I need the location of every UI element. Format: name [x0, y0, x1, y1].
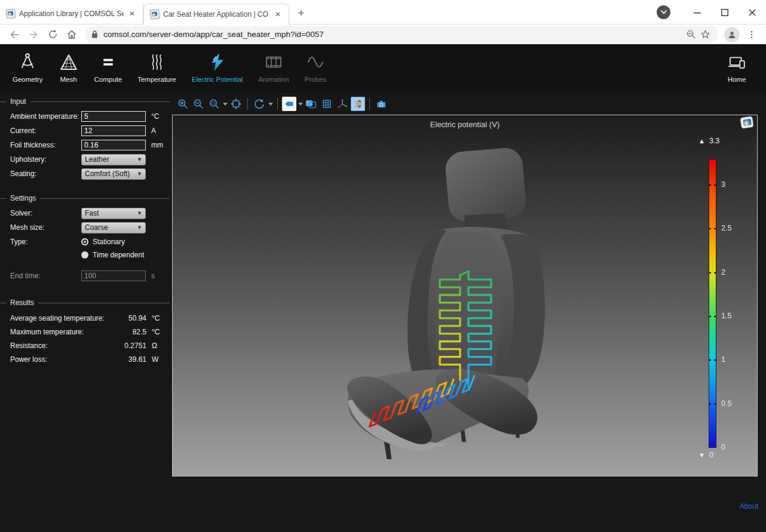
browser-tab-strip: Application Library | COMSOL Se ✕ Car Se…: [0, 0, 766, 24]
browser-tab-car-seat-heater[interactable]: Car Seat Heater Application | CO ✕: [143, 4, 289, 24]
chevron-down-icon: ▼: [137, 156, 142, 162]
result-label: Average seating temperature:: [10, 314, 105, 322]
result-label: Resistance:: [10, 342, 48, 350]
url-text: comsol.com/server-demo/app/car_seat_heat…: [103, 30, 684, 39]
legend-tick-label: 2.5: [721, 224, 731, 232]
window-minimize-button[interactable]: [684, 3, 711, 22]
show-axes-button[interactable]: [335, 97, 350, 111]
chevron-down-icon: [268, 103, 273, 106]
browser-home-button[interactable]: [63, 26, 80, 43]
scene-light-button[interactable]: [304, 97, 318, 111]
ribbon-geometry-button[interactable]: Geometry: [5, 50, 51, 83]
zoom-extents-button[interactable]: [229, 97, 243, 111]
parameters-panel: Input Ambient temperature: °C Current: A…: [0, 93, 172, 532]
solver-row: Solver: Fast ▼: [0, 208, 172, 219]
time-dependent-radio-option[interactable]: Time dependent: [81, 251, 144, 259]
ambient-temperature-row: Ambient temperature: °C: [0, 111, 172, 122]
ribbon-mesh-button[interactable]: Mesh: [51, 50, 87, 83]
new-tab-button[interactable]: +: [293, 5, 310, 21]
current-input[interactable]: [81, 125, 146, 136]
chevron-down-icon: [661, 10, 667, 14]
legend-min-value: 0: [709, 451, 713, 459]
radio-selected-icon: [81, 238, 88, 245]
grid-button[interactable]: [320, 97, 334, 111]
comsol-favicon: [5, 8, 16, 19]
mesh-size-select[interactable]: Coarse ▼: [81, 222, 146, 233]
scene-light-icon: [306, 99, 317, 109]
section-title: Results: [10, 299, 34, 307]
ribbon-probes-button: Probes: [297, 50, 334, 83]
foil-thickness-input[interactable]: [81, 140, 146, 150]
tab-title: Application Library | COMSOL Se: [19, 10, 124, 18]
unit-label: A: [151, 127, 167, 135]
window-maximize-button[interactable]: [711, 3, 739, 22]
camera-icon: [376, 99, 387, 110]
ribbon-label: Mesh: [60, 76, 76, 83]
forward-button[interactable]: [25, 26, 42, 43]
ribbon-electric-potential-button[interactable]: Electric Potential: [184, 50, 251, 83]
result-row-resistance: Resistance: 0.2751 Ω: [0, 342, 172, 349]
graphics-area: Electric potential (V): [172, 93, 766, 532]
zoom-out-button[interactable]: [191, 97, 206, 111]
zoom-box-button[interactable]: [207, 97, 221, 111]
ambient-temperature-input[interactable]: [81, 111, 146, 122]
selected-value: Fast: [85, 209, 137, 217]
car-seat-3d-model: [173, 115, 757, 476]
home-icon: [66, 29, 77, 40]
result-unit: °C: [152, 328, 167, 336]
upholstery-select[interactable]: Leather ▼: [81, 154, 146, 165]
ribbon-temperature-button[interactable]: Temperature: [130, 50, 184, 83]
color-legend-toggle-button[interactable]: [351, 97, 365, 111]
axes-icon: [337, 99, 348, 109]
section-title: Input: [10, 97, 26, 106]
result-value: 39.61: [128, 355, 146, 364]
legend-tick-label: 1: [721, 355, 725, 364]
tab-close-icon[interactable]: ✕: [127, 9, 137, 19]
zoom-box-dropdown[interactable]: [222, 97, 228, 111]
bookmark-star-button[interactable]: [698, 27, 712, 42]
stationary-radio-option[interactable]: Stationary: [81, 238, 144, 246]
rotate-dropdown[interactable]: [267, 97, 274, 111]
back-button[interactable]: [6, 26, 23, 43]
rotate-view-button[interactable]: [252, 97, 266, 111]
lock-icon: [91, 30, 99, 39]
browser-tab-application-library[interactable]: Application Library | COMSOL Se ✕: [0, 4, 143, 24]
ribbon-compute-button[interactable]: Compute: [87, 50, 130, 83]
result-unit: Ω: [152, 342, 167, 350]
reload-button[interactable]: [44, 26, 61, 43]
radio-label: Stationary: [93, 238, 125, 246]
back-arrow-icon: [9, 29, 20, 40]
profile-avatar-button[interactable]: [724, 27, 740, 42]
ribbon-label: Animation: [258, 76, 289, 83]
input-section-header: Input: [0, 97, 172, 106]
tab-close-icon[interactable]: ✕: [273, 10, 283, 19]
field-label: Type:: [10, 238, 81, 246]
view-dropdown[interactable]: [297, 97, 304, 111]
magnifier-minus-icon: [686, 29, 696, 39]
ribbon-label: Home: [728, 76, 746, 83]
go-to-default-view-button[interactable]: [282, 97, 296, 111]
tab-search-button[interactable]: [657, 5, 670, 19]
browser-menu-button[interactable]: [743, 26, 760, 43]
field-label: Seating:: [10, 170, 81, 178]
plot-canvas[interactable]: Electric potential (V): [172, 115, 758, 476]
window-close-button[interactable]: [739, 3, 766, 22]
zoom-in-button[interactable]: [176, 97, 190, 111]
snapshot-button[interactable]: [374, 97, 388, 111]
compute-equals-icon: [98, 52, 118, 72]
ribbon-home-button[interactable]: Home: [718, 50, 755, 83]
comsol-app: Geometry Mesh Compute Temperature Electr…: [0, 44, 766, 532]
zoom-indicator-button[interactable]: [684, 27, 698, 42]
current-row: Current: A: [0, 125, 172, 136]
address-bar[interactable]: comsol.com/server-demo/app/car_seat_heat…: [85, 26, 718, 43]
solver-select[interactable]: Fast ▼: [81, 208, 146, 219]
seating-select[interactable]: Comfort (Soft) ▼: [81, 168, 146, 180]
legend-min-marker: ▼ 0: [698, 451, 713, 459]
result-label: Power loss:: [10, 355, 47, 364]
ribbon-label: Electric Potential: [192, 76, 243, 83]
about-link[interactable]: About: [740, 502, 758, 511]
legend-tick-label: 0.5: [721, 399, 731, 408]
result-row-average-seating-temperature: Average seating temperature: 50.94 °C: [0, 314, 172, 322]
section-title: Settings: [10, 194, 36, 202]
ribbon-animation-button: Animation: [250, 50, 296, 83]
